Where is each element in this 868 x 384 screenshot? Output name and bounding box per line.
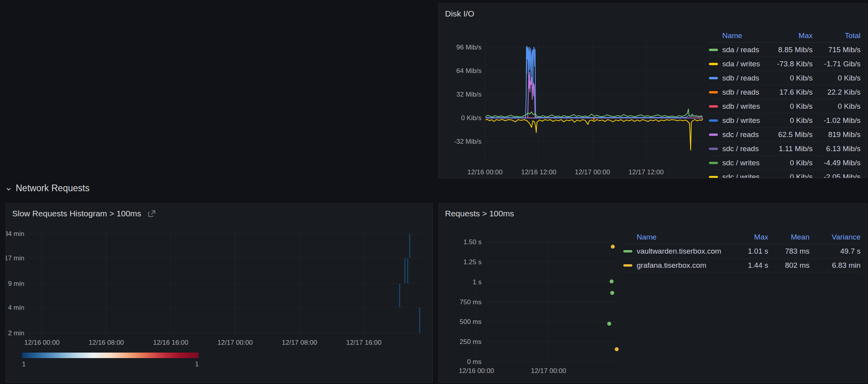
requests-x-tick-label: 12/16 00:00: [459, 368, 494, 374]
legend-column-header[interactable]: Name: [637, 233, 731, 241]
series-swatch-cell: [709, 119, 722, 122]
legend-value: sdc / writes: [722, 173, 767, 178]
series-color-swatch: [709, 133, 718, 136]
panel-requests: Requests > 100ms 1.50 s1.25 s1 s750 ms50…: [438, 203, 867, 383]
legend-column-header[interactable]: Max: [767, 31, 813, 40]
series-swatch-cell: [709, 105, 722, 108]
series-swatch-cell: [709, 49, 722, 51]
panel-title-disk-io[interactable]: Disk I/O: [445, 9, 474, 18]
legend-row[interactable]: vaultwarden.tiserbox.com1.01 s783 ms49.7…: [623, 244, 861, 258]
histogram-y-tick-label: 34 min: [5, 230, 24, 237]
panel-title-slow-requests[interactable]: Slow Requests Histogram > 100ms: [12, 209, 156, 218]
legend-value: sda / reads: [722, 46, 767, 54]
requests-x-tick-label: 12/17 00:00: [531, 368, 566, 374]
scatter-point-grafana.tiserbox.com: [615, 347, 619, 351]
legend-value: 6.13 Mib/s: [813, 144, 861, 153]
legend-value: 0 Kib/s: [767, 173, 813, 178]
scatter-point-grafana.tiserbox.com: [611, 245, 615, 249]
panel-title-requests[interactable]: Requests > 100ms: [445, 209, 514, 218]
legend-value: -4.49 Mib/s: [813, 159, 861, 167]
series-color-swatch: [709, 63, 718, 65]
heatmap-cell: [399, 284, 400, 307]
legend-value: 0 Kib/s: [813, 74, 861, 82]
disk-x-tick-label: 12/17 00:00: [575, 169, 610, 176]
requests-y-tick-label: 1 s: [472, 278, 482, 285]
series-line-sdc-reads-spike: [528, 72, 535, 118]
heatmap-colorbar: 1 1: [22, 353, 199, 368]
legend-value: 49.7 s: [809, 247, 861, 256]
legend-row[interactable]: sdc / reads62.5 Mib/s819 Mib/s: [709, 128, 861, 142]
legend-value: vaultwarden.tiserbox.com: [637, 247, 731, 256]
series-line-sda-reads: [485, 109, 703, 117]
legend-value: 0 Kib/s: [767, 116, 813, 125]
legend-column-header[interactable]: Variance: [809, 233, 861, 241]
series-color-swatch: [623, 264, 632, 267]
legend-row[interactable]: sdb / writes0 Kib/s-1.02 Mib/s: [709, 113, 861, 128]
legend-row[interactable]: sdb / reads0 Kib/s0 Kib/s: [709, 71, 861, 85]
disk-x-tick-label: 12/16 00:00: [467, 169, 503, 176]
histogram-y-tick-label: 2 min: [8, 330, 24, 336]
requests-y-tick-label: 1.50 s: [463, 239, 482, 245]
legend-row[interactable]: sda / reads8.85 Mib/s715 Mib/s: [709, 43, 861, 57]
scatter-point-vaultwarden.tiserbox.com: [607, 322, 611, 325]
series-swatch-cell: [709, 63, 722, 65]
legend-row[interactable]: sdc / reads1.11 Mib/s6.13 Mib/s: [709, 142, 861, 156]
scatter-point-vaultwarden.tiserbox.com: [610, 280, 613, 283]
legend-column-header[interactable]: Max: [731, 233, 768, 241]
disk-y-tick-label: 32 Mib/s: [456, 91, 482, 97]
series-line-sdb-reads-spike: [485, 46, 703, 117]
legend-value: 819 Mib/s: [813, 130, 861, 139]
legend-row[interactable]: sda / writes-73.8 Kib/s-1.71 Gib/s: [709, 57, 861, 71]
legend-row[interactable]: sdb / writes0 Kib/s0 Kib/s: [709, 99, 861, 113]
series-color-swatch: [709, 162, 718, 164]
legend-value: 62.5 Mib/s: [767, 130, 813, 139]
legend-column-header[interactable]: Mean: [768, 233, 809, 241]
histogram-x-tick-label: 12/16 16:00: [153, 339, 189, 346]
histogram-x-tick-label: 12/17 08:00: [282, 339, 317, 346]
requests-y-tick-label: 1.25 s: [463, 258, 482, 265]
legend-value: grafana.tiserbox.com: [637, 261, 731, 270]
legend-row[interactable]: sdb / reads17.6 Kib/s22.2 Kib/s: [709, 85, 861, 99]
histogram-x-tick-label: 12/16 08:00: [89, 339, 124, 346]
series-swatch-cell: [709, 176, 722, 178]
series-swatch-cell: [709, 162, 722, 164]
legend-value: sda / writes: [722, 60, 767, 68]
external-link-icon[interactable]: [148, 209, 156, 218]
legend-value: 802 ms: [768, 261, 809, 270]
legend-value: -1.02 Mib/s: [813, 116, 861, 125]
disk-y-tick-label: -32 Mib/s: [454, 138, 482, 145]
legend-row[interactable]: grafana.tiserbox.com1.44 s802 ms6.83 min: [623, 258, 861, 272]
legend-value: -2.05 Mib/s: [813, 173, 861, 178]
disk-x-tick-label: 12/16 12:00: [521, 169, 557, 176]
disk-y-tick-label: 96 Mib/s: [456, 44, 482, 50]
heatmap-cell: [409, 234, 410, 258]
section-row-network-requests[interactable]: Network Requests: [5, 183, 90, 194]
legend-value: 0 Kib/s: [767, 102, 813, 111]
scatter-point-vaultwarden.tiserbox.com: [610, 291, 614, 295]
requests-y-tick-label: 500 ms: [460, 318, 482, 325]
legend-column-header[interactable]: Name: [722, 31, 767, 40]
series-swatch-cell: [709, 148, 722, 150]
legend-value: sdb / reads: [722, 74, 767, 82]
histogram-y-tick-label: 17 min: [5, 255, 24, 261]
legend-value: sdc / reads: [722, 144, 767, 153]
histogram-x-tick-label: 12/16 00:00: [24, 339, 60, 346]
histogram-x-tick-label: 12/17 16:00: [346, 339, 381, 346]
panel-title-text: Slow Requests Histogram > 100ms: [12, 209, 141, 218]
panel-title-text: Disk I/O: [445, 9, 474, 18]
legend-value: -1.71 Gib/s: [813, 60, 861, 68]
legend-column-header[interactable]: Total: [813, 31, 861, 40]
series-color-swatch: [709, 105, 718, 108]
panel-title-text: Requests > 100ms: [445, 209, 514, 218]
legend-value: 1.44 s: [731, 261, 768, 270]
section-title: Network Requests: [16, 183, 90, 194]
requests-legend: NameMaxMeanVariancevaultwarden.tiserbox.…: [623, 230, 861, 272]
series-swatch-cell: [709, 133, 722, 136]
colorbar-gradient: [22, 353, 199, 358]
series-swatch-cell: [709, 91, 722, 93]
legend-row[interactable]: sdc / writes0 Kib/s-4.49 Mib/s: [709, 156, 861, 170]
legend-value: sdb / reads: [722, 88, 767, 97]
series-color-swatch: [709, 77, 718, 79]
legend-header-row: NameMaxTotal: [709, 29, 861, 43]
legend-row[interactable]: sdc / writes0 Kib/s-2.05 Mib/s: [709, 170, 861, 178]
